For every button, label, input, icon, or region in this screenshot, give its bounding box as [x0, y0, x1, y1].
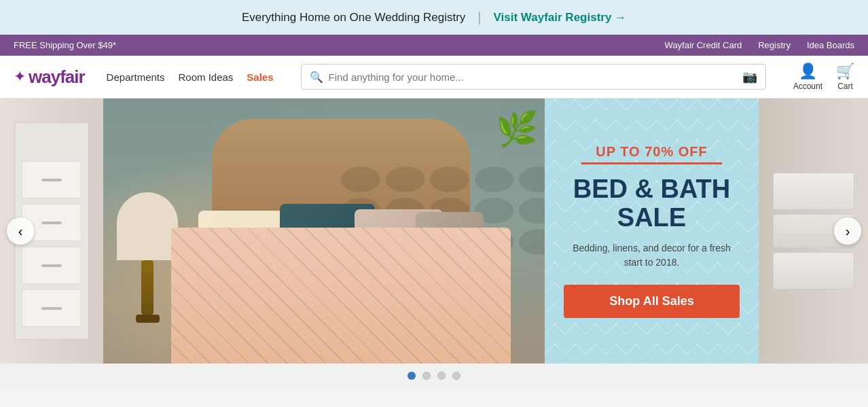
search-icon: 🔍 — [310, 71, 323, 84]
carousel-dot-4[interactable] — [452, 372, 460, 380]
logo-text: wayfair — [29, 67, 85, 88]
slide-main: 🌿 — [103, 99, 545, 364]
account-button[interactable]: 👤 Account — [793, 63, 822, 91]
carousel-next-button[interactable]: › — [834, 217, 861, 245]
promo-sub-text: Bedding, linens, and decor for a fresh s… — [564, 241, 740, 270]
carousel-dot-1[interactable] — [408, 372, 416, 380]
logo[interactable]: ✦ wayfair — [14, 67, 85, 88]
slide-promo: UP TO 70% OFF BED & BATH SALE Bedding, l… — [545, 99, 759, 364]
carousel-dot-3[interactable] — [437, 372, 446, 380]
cart-button[interactable]: 🛒 Cart — [836, 63, 854, 91]
nav-links: Departments Room Ideas Sales — [107, 71, 274, 83]
carousel-prev-button[interactable]: ‹ — [7, 217, 34, 245]
hero-slider: 🌿 UP TO 70% OFF BED & BATH SALE Bedding,… — [0, 99, 868, 364]
carousel-dot-2[interactable] — [422, 372, 431, 380]
banner-divider: | — [477, 10, 481, 25]
utility-bar: FREE Shipping Over $49* Wayfair Credit C… — [0, 35, 868, 56]
mattress-1 — [773, 173, 854, 210]
nav-actions: 👤 Account 🛒 Cart — [793, 63, 854, 91]
idea-boards-link[interactable]: Idea Boards — [807, 40, 854, 50]
carousel-dots — [0, 364, 868, 388]
nav-departments[interactable]: Departments — [107, 71, 165, 83]
account-label: Account — [793, 82, 822, 91]
cart-icon: 🛒 — [836, 63, 854, 80]
utility-links: Wayfair Credit Card Registry Idea Boards — [665, 40, 854, 50]
free-shipping-label: FREE Shipping Over $49* — [14, 40, 116, 50]
navbar: ✦ wayfair Departments Room Ideas Sales 🔍… — [0, 56, 868, 99]
shop-all-sales-button[interactable]: Shop All Sales — [564, 285, 740, 318]
promo-content: UP TO 70% OFF BED & BATH SALE Bedding, l… — [564, 144, 740, 319]
search-input[interactable] — [329, 71, 737, 83]
banner-text: Everything Home on One Wedding Registry — [242, 11, 465, 24]
cart-label: Cart — [837, 82, 853, 91]
registry-link[interactable]: Visit Wayfair Registry → — [494, 11, 627, 24]
search-bar: 🔍 📷 — [301, 64, 766, 90]
nav-room-ideas[interactable]: Room Ideas — [178, 71, 233, 83]
mattress-3 — [773, 252, 854, 289]
promo-discount-line — [581, 162, 722, 164]
promo-sale-title: BED & BATH SALE — [564, 175, 740, 232]
registry-util-link[interactable]: Registry — [758, 40, 791, 50]
top-banner: Everything Home on One Wedding Registry … — [0, 0, 868, 35]
logo-star-icon: ✦ — [14, 68, 26, 86]
camera-icon[interactable]: 📷 — [742, 69, 757, 84]
account-icon: 👤 — [799, 63, 817, 80]
promo-discount-text: UP TO 70% OFF — [564, 144, 740, 160]
nav-sales[interactable]: Sales — [247, 71, 273, 83]
credit-card-link[interactable]: Wayfair Credit Card — [665, 40, 742, 50]
